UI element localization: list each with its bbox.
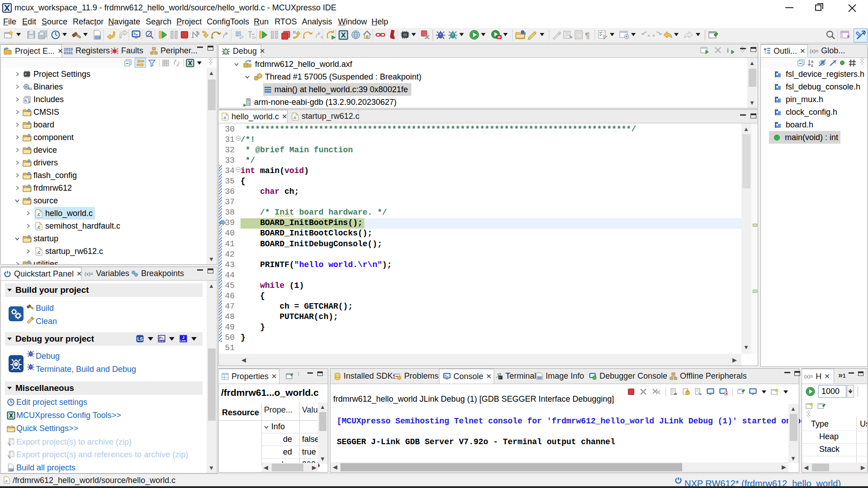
svg-text:h: h (24, 99, 27, 103)
svg-text:010: 010 (538, 377, 542, 379)
svg-text:.c: .c (37, 225, 41, 230)
svg-text:Link: Link (180, 339, 186, 342)
svg-text:010: 010 (95, 36, 100, 39)
svg-text:01: 01 (28, 87, 32, 91)
svg-text:J: J (182, 335, 184, 340)
svg-text:.c: .c (223, 115, 226, 120)
svg-text:.c: .c (5, 479, 8, 483)
svg-text:LS: LS (137, 337, 143, 342)
svg-text:z: z (811, 63, 813, 67)
svg-text:i: i (727, 47, 729, 54)
svg-text:010: 010 (9, 469, 14, 471)
svg-text:.c: .c (37, 250, 41, 255)
svg-text:.c: .c (293, 115, 297, 120)
svg-text:.c: .c (37, 212, 41, 217)
svg-text:P≡: P≡ (159, 336, 164, 340)
